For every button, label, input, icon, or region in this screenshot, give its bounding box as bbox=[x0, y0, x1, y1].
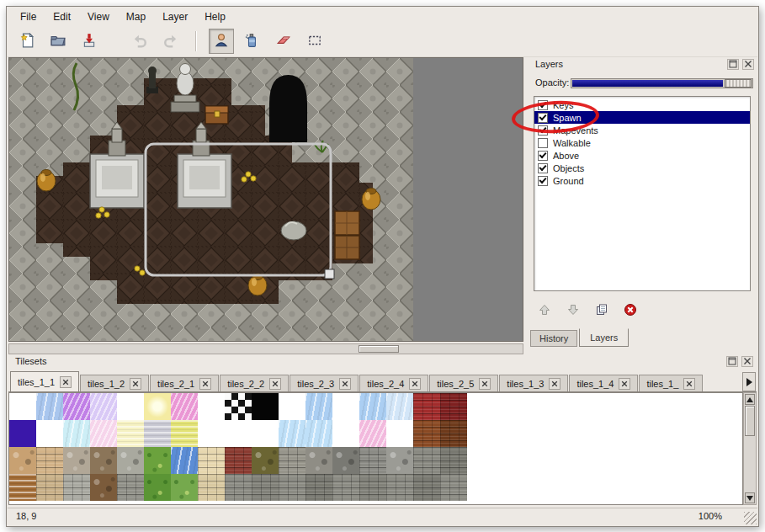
tileset-tile[interactable] bbox=[63, 420, 90, 447]
tileset-tile[interactable] bbox=[117, 474, 144, 501]
tileset-tab-tiles_2_5[interactable]: tiles_2_5 bbox=[429, 375, 498, 391]
tileset-tile[interactable] bbox=[90, 420, 117, 447]
layer-visibility-checkbox[interactable] bbox=[538, 100, 548, 110]
tileset-tile[interactable] bbox=[252, 393, 279, 420]
tileset-tile[interactable] bbox=[144, 447, 171, 474]
tab-close-icon[interactable] bbox=[60, 376, 72, 388]
tileset-tab-tiles_1_3[interactable]: tiles_1_3 bbox=[499, 375, 568, 391]
tab-close-icon[interactable] bbox=[199, 378, 211, 390]
map-canvas[interactable] bbox=[8, 57, 523, 342]
tileset-vscroll-thumb[interactable] bbox=[745, 406, 755, 436]
tileset-tab-tiles_1_2[interactable]: tiles_1_2 bbox=[80, 375, 149, 391]
layer-row-above[interactable]: Above bbox=[534, 149, 750, 162]
tileset-tile[interactable] bbox=[386, 393, 413, 420]
scroll-up-button[interactable] bbox=[745, 394, 755, 405]
tileset-tile[interactable] bbox=[252, 447, 279, 474]
undo-button[interactable] bbox=[127, 29, 152, 54]
tileset-tile[interactable] bbox=[171, 420, 198, 447]
tileset-tile[interactable] bbox=[198, 447, 225, 474]
tileset-tile[interactable] bbox=[225, 474, 252, 501]
tileset-tile[interactable] bbox=[305, 474, 332, 501]
tileset-tile[interactable] bbox=[332, 474, 359, 501]
tileset-tile[interactable] bbox=[171, 447, 198, 474]
tab-close-icon[interactable] bbox=[130, 378, 141, 390]
layer-visibility-checkbox[interactable] bbox=[538, 176, 548, 186]
tileset-tile[interactable] bbox=[144, 474, 171, 501]
tileset-tile[interactable] bbox=[279, 447, 305, 474]
tileset-tile[interactable] bbox=[359, 447, 386, 474]
menu-map[interactable]: Map bbox=[119, 8, 153, 25]
eraser-button[interactable] bbox=[271, 29, 296, 54]
tileset-tab-tiles_1[interactable]: tiles_1_ bbox=[639, 375, 703, 391]
tileset-tab-tiles_1_1[interactable]: tiles_1_1 bbox=[10, 371, 79, 391]
tileset-tile[interactable] bbox=[144, 420, 171, 447]
tab-close-icon[interactable] bbox=[479, 378, 491, 390]
tileset-tile[interactable] bbox=[305, 393, 332, 420]
redo-button[interactable] bbox=[158, 29, 183, 54]
layer-row-walkable[interactable]: Walkable bbox=[534, 136, 750, 149]
tileset-tile[interactable] bbox=[413, 474, 440, 501]
tab-close-icon[interactable] bbox=[619, 378, 630, 390]
tab-close-icon[interactable] bbox=[549, 378, 560, 390]
tab-layers[interactable]: Layers bbox=[579, 328, 629, 347]
tileset-tile[interactable] bbox=[63, 474, 90, 501]
tileset-tile[interactable] bbox=[359, 474, 386, 501]
player-button[interactable] bbox=[209, 29, 234, 54]
tileset-tile[interactable] bbox=[63, 447, 90, 474]
tileset-tile[interactable] bbox=[198, 474, 225, 501]
tileset-tab-tiles_2_4[interactable]: tiles_2_4 bbox=[359, 375, 428, 391]
tileset-tile[interactable] bbox=[279, 474, 305, 501]
tileset-tile[interactable] bbox=[440, 393, 467, 420]
layer-visibility-checkbox[interactable] bbox=[538, 113, 548, 123]
tileset-tile[interactable] bbox=[305, 447, 332, 474]
tileset-tile[interactable] bbox=[63, 393, 90, 420]
tileset-tile[interactable] bbox=[9, 420, 36, 447]
tileset-tile[interactable] bbox=[36, 393, 63, 420]
tileset-tile[interactable] bbox=[90, 447, 117, 474]
opacity-slider[interactable] bbox=[571, 78, 753, 88]
menu-layer[interactable]: Layer bbox=[155, 8, 195, 25]
tileset-tile[interactable] bbox=[332, 447, 359, 474]
duplicate-layer-button[interactable] bbox=[591, 300, 613, 322]
menu-view[interactable]: View bbox=[80, 8, 117, 25]
select-rect-button[interactable] bbox=[302, 29, 327, 54]
tileset-tile[interactable] bbox=[386, 447, 413, 474]
tileset-tab-tiles_2_1[interactable]: tiles_2_1 bbox=[150, 375, 219, 391]
tileset-vertical-scrollbar[interactable] bbox=[743, 392, 757, 505]
tileset-tile[interactable] bbox=[117, 420, 144, 447]
tab-close-icon[interactable] bbox=[339, 378, 351, 390]
tileset-tile[interactable] bbox=[279, 420, 305, 447]
tileset-tile[interactable] bbox=[359, 420, 386, 447]
tab-scroll-right-button[interactable] bbox=[742, 372, 756, 391]
tab-close-icon[interactable] bbox=[683, 378, 695, 390]
tileset-tile[interactable] bbox=[36, 447, 63, 474]
map-selection-handle[interactable] bbox=[325, 269, 334, 279]
close-window-button[interactable] bbox=[741, 356, 753, 367]
tileset-tile[interactable] bbox=[225, 393, 252, 420]
delete-layer-button[interactable] bbox=[619, 300, 641, 322]
tab-close-icon[interactable] bbox=[269, 378, 281, 390]
tab-close-icon[interactable] bbox=[409, 378, 421, 390]
float-window-button[interactable] bbox=[727, 59, 739, 70]
tileset-tile[interactable] bbox=[9, 447, 36, 474]
layer-visibility-checkbox[interactable] bbox=[538, 163, 548, 173]
map-hscroll-thumb[interactable] bbox=[359, 345, 399, 353]
resize-grip[interactable] bbox=[744, 512, 757, 524]
layer-visibility-checkbox[interactable] bbox=[538, 151, 548, 161]
fill-button[interactable] bbox=[240, 29, 265, 54]
tileset-tile[interactable] bbox=[36, 474, 63, 501]
layer-row-objects[interactable]: Objects bbox=[534, 162, 750, 174]
map-horizontal-scrollbar[interactable] bbox=[8, 343, 523, 354]
tileset-tile[interactable] bbox=[9, 474, 36, 501]
tileset-tile[interactable] bbox=[440, 474, 467, 501]
menu-file[interactable]: File bbox=[13, 8, 44, 25]
tileset-tile[interactable] bbox=[413, 393, 440, 420]
tileset-tile[interactable] bbox=[413, 420, 440, 447]
layer-row-ground[interactable]: Ground bbox=[534, 174, 750, 187]
tileset-tile[interactable] bbox=[305, 420, 332, 447]
layer-row-mapevents[interactable]: Mapevents bbox=[534, 124, 750, 136]
tileset-tile[interactable] bbox=[440, 447, 467, 474]
tileset-tile[interactable] bbox=[144, 393, 171, 420]
tileset-tile[interactable] bbox=[225, 447, 252, 474]
open-folder-button[interactable] bbox=[45, 29, 71, 54]
